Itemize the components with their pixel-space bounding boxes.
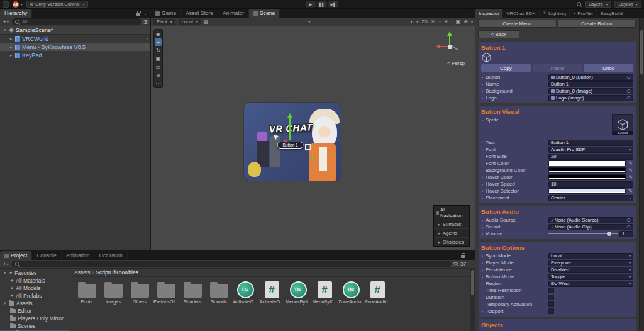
tab-animator[interactable]: Animator bbox=[218, 9, 249, 18]
foldout-icon[interactable]: ▸ bbox=[9, 36, 13, 42]
text-field[interactable]: Button 1 bbox=[548, 140, 633, 146]
favorite-all-models[interactable]: ★ All Models bbox=[0, 284, 70, 292]
ai-nav-surfaces[interactable]: ▸ Surfaces bbox=[434, 220, 469, 228]
asset-item-activate-udon[interactable]: ActivateO... bbox=[233, 279, 258, 305]
object-picker-icon[interactable]: ⊙ bbox=[626, 75, 631, 80]
scene-button-1[interactable]: Button 1 bbox=[277, 142, 304, 149]
scale-tool[interactable]: ▣ bbox=[155, 55, 162, 62]
hierarchy-search-input[interactable] bbox=[22, 19, 138, 25]
tab-scene[interactable]: Scene bbox=[249, 9, 280, 18]
scene-preview-image[interactable]: VR CHAT Button 1 + bbox=[244, 103, 341, 181]
font-size-field[interactable]: 20 bbox=[548, 154, 633, 160]
asset-item-activate-script[interactable]: ActivateO... bbox=[259, 279, 284, 305]
folder-scenes[interactable]: Scenes bbox=[0, 322, 70, 330]
foldout-icon[interactable]: ▾ bbox=[3, 301, 7, 306]
object-picker-icon[interactable]: ⊙ bbox=[626, 96, 631, 101]
sync-mode-dropdown[interactable]: Local ▾ bbox=[548, 253, 633, 259]
favorite-all-prefabs[interactable]: ★ All Prefabs bbox=[0, 292, 70, 300]
ai-nav-agents[interactable]: ▸ Agents bbox=[434, 228, 469, 237]
tab-animation[interactable]: Animation bbox=[62, 251, 95, 260]
object-picker-icon[interactable]: ⊙ bbox=[626, 218, 631, 223]
x-axis-icon[interactable] bbox=[436, 44, 440, 49]
play-button[interactable]: ▶ bbox=[306, 1, 316, 8]
eyedropper-icon[interactable]: ✎ bbox=[628, 160, 633, 166]
tab-profiler[interactable]: ◔Profiler bbox=[570, 9, 597, 18]
assets-root[interactable]: ▾ Assets bbox=[0, 300, 70, 307]
object-picker-icon[interactable]: ⊙ bbox=[626, 225, 631, 230]
hover-selector-swatch[interactable] bbox=[548, 188, 626, 194]
kebab-menu-icon[interactable]: ⋮ bbox=[143, 11, 148, 16]
asset-item-fonts[interactable]: Fonts bbox=[74, 279, 99, 305]
grid-snap-icon[interactable]: ▦ bbox=[204, 19, 209, 25]
create-asset-button[interactable]: +▾ bbox=[2, 261, 10, 267]
hierarchy-item-menu[interactable]: ▸ Menu - ByKnowhies V0.5 › bbox=[0, 43, 150, 51]
account-avatar[interactable]: AB bbox=[13, 1, 19, 8]
transform-tool[interactable]: ⊕ bbox=[155, 71, 162, 79]
open-prefab-icon[interactable]: › bbox=[146, 52, 148, 58]
scene-visibility-icon[interactable] bbox=[143, 20, 148, 24]
kebab-menu-icon[interactable]: ⋮ bbox=[468, 262, 473, 267]
inspector-scrollbar[interactable] bbox=[639, 18, 644, 331]
gizmos-icon[interactable]: ⊕ bbox=[464, 19, 468, 25]
persistence-dropdown[interactable]: Disabled ▾ bbox=[548, 267, 633, 273]
move-tool[interactable]: + bbox=[155, 38, 162, 46]
breadcrumb-root[interactable]: Assets bbox=[74, 269, 91, 276]
sprite-preview[interactable]: Select bbox=[612, 114, 633, 135]
player-mode-dropdown[interactable]: Everyone ▾ bbox=[548, 260, 633, 266]
pivot-dropdown[interactable]: Pivot ▾ bbox=[153, 18, 176, 25]
time-restriction-checkbox[interactable] bbox=[548, 288, 554, 293]
tab-occlusion[interactable]: Occlusion bbox=[94, 251, 127, 260]
background-object-field[interactable]: Button_0 (Image) ⊙ bbox=[548, 88, 633, 94]
asset-item-shaders[interactable]: Shaders bbox=[180, 279, 205, 305]
asset-item-sounds[interactable]: Sounds bbox=[206, 279, 231, 305]
project-search[interactable] bbox=[12, 261, 451, 267]
duration-field[interactable] bbox=[548, 295, 554, 300]
folder-players-only-mirror[interactable]: Players Only Mirror bbox=[0, 315, 70, 322]
tab-asset-store[interactable]: Asset Store bbox=[181, 9, 218, 18]
move-gizmo-x-axis[interactable] bbox=[283, 139, 287, 143]
button-object-field[interactable]: Button_0 (Button) ⊙ bbox=[548, 74, 633, 81]
project-scrollbar[interactable] bbox=[470, 269, 475, 331]
foldout-icon[interactable]: ▾ bbox=[3, 271, 7, 276]
font-dropdown[interactable]: Arastin Pro SDF ▾ bbox=[548, 147, 633, 153]
volume-slider[interactable] bbox=[548, 231, 618, 237]
asset-item-zoneaudio-udon[interactable]: ZoneAudio... bbox=[338, 279, 364, 305]
tab-inspector[interactable]: Inspector bbox=[475, 9, 503, 18]
asset-item-others[interactable]: Others bbox=[127, 279, 152, 305]
temporary-activation-checkbox[interactable] bbox=[548, 301, 554, 307]
scene-audio-icon[interactable]: ♪ bbox=[438, 19, 441, 25]
button-mode-dropdown[interactable]: Toggle ▾ bbox=[548, 274, 633, 280]
tab-console[interactable]: Console bbox=[32, 251, 61, 260]
scene-canvas[interactable]: ◉ + ↻ ▣ ▭ ⊕ ⋯ < Persp VR CH bbox=[151, 26, 475, 250]
create-button-button[interactable]: Create Button bbox=[558, 20, 636, 28]
y-axis-icon[interactable] bbox=[447, 31, 452, 36]
favorites-header[interactable]: ▾ ★ Favorites bbox=[0, 269, 70, 277]
eyedropper-icon[interactable]: ✎ bbox=[628, 167, 633, 173]
gizmo-center-cube[interactable] bbox=[448, 45, 452, 49]
shading-mode-icon[interactable]: ◐ bbox=[410, 19, 413, 25]
app-menu-icon[interactable] bbox=[3, 1, 9, 8]
step-button[interactable]: ▶▌ bbox=[328, 1, 339, 8]
breadcrumb-current[interactable]: ScriptOfKnowhies bbox=[96, 269, 138, 276]
tab-hierarchy[interactable]: Hierarchy bbox=[0, 9, 32, 18]
ai-navigation-header[interactable]: AI Navigation bbox=[434, 206, 469, 220]
tab-vrchat-sdk[interactable]: VRChat SDK bbox=[503, 9, 540, 18]
open-prefab-icon[interactable]: › bbox=[146, 36, 148, 42]
tab-easybuild[interactable]: EasyBuild bbox=[597, 9, 626, 18]
asset-item-menus-udon[interactable]: MenusByK... bbox=[286, 279, 311, 305]
eyedropper-icon[interactable]: ✎ bbox=[628, 188, 633, 194]
audio-source-object-field[interactable]: ♪ None (Audio Source) ⊙ bbox=[548, 217, 633, 223]
orientation-gizmo[interactable] bbox=[436, 31, 464, 59]
copy-button[interactable]: Copy bbox=[481, 64, 531, 72]
move-gizmo-y-axis[interactable] bbox=[289, 118, 291, 140]
kebab-menu-icon[interactable]: ⋮ bbox=[467, 253, 472, 258]
asset-item-images[interactable]: Images bbox=[101, 279, 126, 305]
hierarchy-item-keypad[interactable]: ▸ KeyPad › bbox=[0, 51, 150, 59]
pause-button[interactable]: ▌▌ bbox=[317, 1, 328, 8]
sound-object-field[interactable]: ♪ None (Audio Clip) ⊙ bbox=[548, 224, 633, 230]
foldout-icon[interactable]: ▸ bbox=[9, 45, 13, 50]
volume-value-field[interactable]: 1 bbox=[619, 231, 633, 237]
hover-color-swatch[interactable] bbox=[548, 174, 626, 180]
project-search-input[interactable] bbox=[22, 261, 448, 267]
view-tool[interactable]: ◉ bbox=[155, 30, 162, 38]
